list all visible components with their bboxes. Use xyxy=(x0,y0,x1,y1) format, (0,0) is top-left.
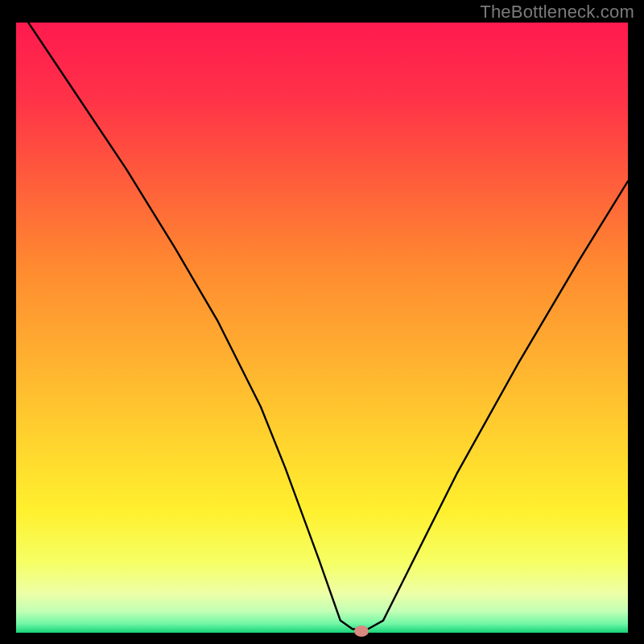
plot-area xyxy=(16,23,628,633)
chart-container: TheBottleneck.com xyxy=(0,0,644,644)
gradient-background xyxy=(16,23,628,633)
gradient-chart xyxy=(16,23,628,633)
watermark-text: TheBottleneck.com xyxy=(480,2,634,23)
optimum-marker xyxy=(354,625,369,637)
plot-frame xyxy=(16,23,628,633)
